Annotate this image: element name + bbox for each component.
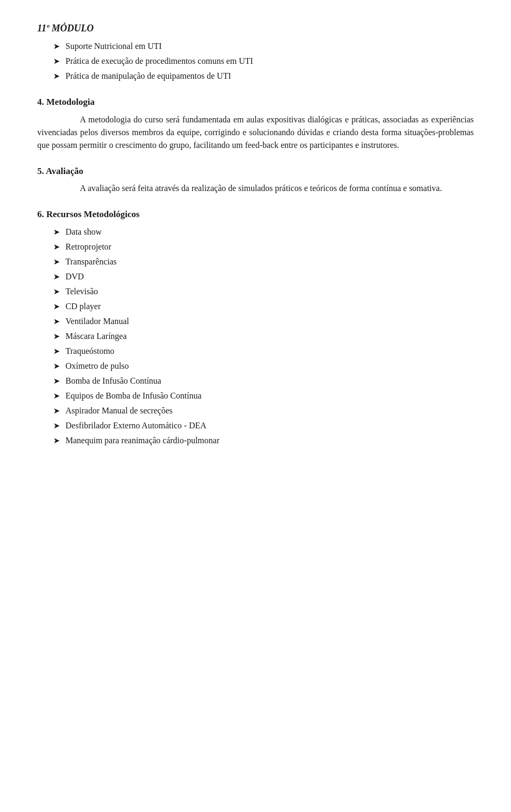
list-item-text: Máscara Laríngea — [65, 330, 127, 343]
list-item: ➤ Prática de manipulação de equipamentos… — [53, 70, 474, 82]
section-4: 4. Metodologia A metodologia do curso se… — [37, 95, 474, 152]
list-item-text: Ventilador Manual — [65, 315, 129, 328]
list-item: ➤Transparências — [53, 255, 474, 268]
list-item: ➤Televisão — [53, 285, 474, 298]
arrow-icon: ➤ — [53, 316, 60, 328]
list-item: ➤Traqueóstomo — [53, 345, 474, 358]
list-item: ➤CD player — [53, 300, 474, 313]
arrow-icon: ➤ — [53, 226, 60, 238]
list-item-text: Prática de execução de procedimentos com… — [65, 55, 253, 68]
section-6-list: ➤Data show➤Retroprojetor➤Transparências➤… — [53, 226, 474, 447]
arrow-icon: ➤ — [53, 420, 60, 432]
arrow-icon: ➤ — [53, 70, 60, 82]
list-item: ➤Oxímetro de pulso — [53, 360, 474, 372]
arrow-icon: ➤ — [53, 241, 60, 253]
list-item-text: Equipos de Bomba de Infusão Contínua — [65, 390, 202, 402]
list-item-text: Bomba de Infusão Contínua — [65, 375, 161, 387]
list-item: ➤Desfibrilador Externo Automático - DEA — [53, 419, 474, 432]
arrow-icon: ➤ — [53, 375, 60, 387]
section-5-heading: 5. Avaliação — [37, 164, 474, 178]
arrow-icon: ➤ — [53, 271, 60, 283]
list-item-text: Manequim para reanimação cárdio-pulmonar — [65, 434, 219, 447]
section-6-heading: 6. Recursos Metodológicos — [37, 208, 474, 221]
list-item: ➤Manequim para reanimação cárdio-pulmona… — [53, 434, 474, 447]
list-item-text: Aspirador Manual de secreções — [65, 404, 172, 417]
section-4-heading: 4. Metodologia — [37, 95, 474, 109]
arrow-icon: ➤ — [53, 55, 60, 68]
arrow-icon: ➤ — [53, 435, 60, 447]
list-item: ➤Bomba de Infusão Contínua — [53, 375, 474, 387]
section-5-paragraph: A avaliação será feita através da realiz… — [37, 182, 474, 195]
list-item-text: Data show — [65, 226, 102, 238]
module-bullet-list: ➤ Suporte Nutricional em UTI ➤ Prática d… — [53, 40, 474, 82]
arrow-icon: ➤ — [53, 256, 60, 268]
list-item: ➤Aspirador Manual de secreções — [53, 404, 474, 417]
list-item-text: Televisão — [65, 285, 98, 298]
arrow-icon: ➤ — [53, 301, 60, 313]
arrow-icon: ➤ — [53, 345, 60, 358]
list-item: ➤DVD — [53, 270, 474, 283]
arrow-icon: ➤ — [53, 360, 60, 372]
list-item-text: Suporte Nutricional em UTI — [65, 40, 162, 53]
list-item: ➤Ventilador Manual — [53, 315, 474, 328]
module-title: 11º MÓDULO — [37, 21, 474, 36]
list-item-text: Transparências — [65, 255, 117, 268]
arrow-icon: ➤ — [53, 40, 60, 53]
list-item: ➤Data show — [53, 226, 474, 238]
section-4-paragraph: A metodologia do curso será fundamentada… — [37, 113, 474, 152]
list-item: ➤Retroprojetor — [53, 241, 474, 253]
list-item-text: Prática de manipulação de equipamentos d… — [65, 70, 231, 82]
list-item-text: Desfibrilador Externo Automático - DEA — [65, 419, 207, 432]
list-item: ➤ Prática de execução de procedimentos c… — [53, 55, 474, 68]
list-item-text: CD player — [65, 300, 101, 313]
list-item: ➤ Suporte Nutricional em UTI — [53, 40, 474, 53]
list-item-text: DVD — [65, 270, 84, 283]
list-item: ➤Máscara Laríngea — [53, 330, 474, 343]
list-item-text: Oxímetro de pulso — [65, 360, 129, 372]
arrow-icon: ➤ — [53, 286, 60, 298]
section-6: 6. Recursos Metodológicos ➤Data show➤Ret… — [37, 208, 474, 447]
list-item-text: Retroprojetor — [65, 241, 111, 253]
list-item-text: Traqueóstomo — [65, 345, 114, 358]
list-item: ➤Equipos de Bomba de Infusão Contínua — [53, 390, 474, 402]
section-5: 5. Avaliação A avaliação será feita atra… — [37, 164, 474, 195]
arrow-icon: ➤ — [53, 405, 60, 417]
arrow-icon: ➤ — [53, 390, 60, 402]
arrow-icon: ➤ — [53, 330, 60, 343]
